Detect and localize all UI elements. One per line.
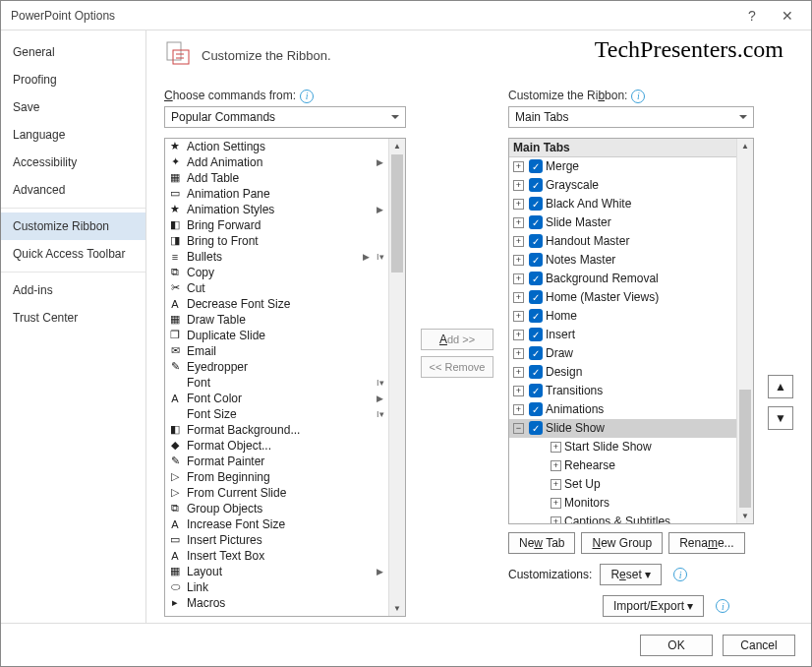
tree-child[interactable]: +Captions & Subtitles: [547, 513, 736, 524]
expand-icon[interactable]: +: [513, 217, 524, 228]
cancel-button[interactable]: Cancel: [723, 635, 795, 656]
add-button[interactable]: Add >>: [421, 329, 493, 350]
checkbox[interactable]: ✓: [529, 346, 543, 360]
tree-node[interactable]: +✓Notes Master: [509, 251, 736, 270]
nav-item[interactable]: Customize Ribbon: [1, 212, 145, 240]
nav-item[interactable]: Proofing: [1, 66, 145, 93]
command-item[interactable]: ⬭Link: [165, 579, 388, 595]
nav-item[interactable]: Save: [1, 93, 145, 121]
nav-item[interactable]: Advanced: [1, 176, 145, 204]
checkbox[interactable]: ✓: [529, 253, 543, 267]
expand-icon[interactable]: +: [513, 404, 524, 415]
checkbox[interactable]: ✓: [529, 159, 543, 173]
tree-node[interactable]: +✓Merge: [509, 157, 736, 176]
command-item[interactable]: ✎Format Painter: [165, 454, 388, 469]
command-item[interactable]: ▦Layout▶: [165, 564, 388, 579]
command-item[interactable]: ★Action Settings: [165, 139, 388, 154]
import-export-button[interactable]: Import/Export ▾: [603, 595, 704, 617]
expand-icon[interactable]: +: [551, 498, 561, 509]
tree-node[interactable]: +✓Transitions: [509, 382, 736, 400]
info-icon[interactable]: i: [716, 599, 729, 613]
command-item[interactable]: AInsert Text Box: [165, 548, 388, 564]
tree-node[interactable]: +✓Grayscale: [509, 176, 736, 195]
expand-icon[interactable]: +: [513, 161, 524, 172]
command-item[interactable]: FontI▾: [165, 375, 388, 391]
expand-icon[interactable]: +: [513, 386, 524, 396]
nav-item[interactable]: Quick Access Toolbar: [1, 240, 145, 268]
close-icon[interactable]: ✕: [770, 2, 805, 30]
command-item[interactable]: ▦Add Table: [165, 170, 388, 186]
command-item[interactable]: ✎Eyedropper: [165, 359, 388, 375]
checkbox[interactable]: ✓: [529, 215, 543, 229]
checkbox[interactable]: ✓: [529, 328, 543, 341]
command-item[interactable]: Font SizeI▾: [165, 406, 388, 422]
command-item[interactable]: AIncrease Font Size: [165, 516, 388, 532]
command-item[interactable]: ▦Draw Table: [165, 312, 388, 328]
checkbox[interactable]: ✓: [529, 402, 543, 416]
new-tab-button[interactable]: New Tab: [508, 532, 575, 554]
move-down-button[interactable]: ▼: [768, 406, 793, 430]
help-icon[interactable]: ?: [734, 2, 770, 30]
expand-icon[interactable]: +: [513, 273, 524, 284]
expand-icon[interactable]: +: [513, 255, 524, 266]
expand-icon[interactable]: +: [513, 236, 524, 247]
expand-icon[interactable]: +: [513, 199, 524, 210]
nav-item[interactable]: Language: [1, 121, 145, 149]
commands-dropdown[interactable]: Popular Commands: [164, 106, 406, 128]
expand-icon[interactable]: +: [513, 367, 524, 378]
tree-child[interactable]: +Set Up: [547, 475, 736, 494]
expand-icon[interactable]: +: [513, 311, 524, 322]
command-item[interactable]: ✦Add Animation▶: [165, 154, 388, 170]
expand-icon[interactable]: +: [551, 460, 561, 471]
command-item[interactable]: ✉Email: [165, 343, 388, 359]
tree-node[interactable]: +✓Home: [509, 307, 736, 326]
expand-icon[interactable]: +: [551, 442, 561, 453]
checkbox[interactable]: ✓: [529, 365, 543, 379]
expand-icon[interactable]: +: [513, 292, 524, 303]
rename-button[interactable]: Rename...: [668, 532, 744, 554]
tabs-treeview[interactable]: Main Tabs+✓Merge+✓Grayscale+✓Black And W…: [508, 138, 754, 525]
command-item[interactable]: ▷From Beginning: [165, 469, 388, 485]
ok-button[interactable]: OK: [640, 635, 713, 656]
command-item[interactable]: ⧉Copy: [165, 265, 388, 280]
tree-child[interactable]: +Start Slide Show: [547, 438, 736, 456]
checkbox[interactable]: ✓: [529, 309, 543, 323]
nav-item[interactable]: Trust Center: [1, 304, 145, 332]
checkbox[interactable]: ✓: [529, 290, 543, 304]
command-item[interactable]: ▭Insert Pictures: [165, 532, 388, 548]
info-icon[interactable]: i: [300, 90, 314, 103]
tree-node[interactable]: −✓Slide Show: [509, 419, 736, 438]
tree-node[interactable]: +✓Handout Master: [509, 232, 736, 251]
command-item[interactable]: ★Animation Styles▶: [165, 202, 388, 217]
expand-icon[interactable]: +: [513, 348, 524, 359]
command-item[interactable]: ◧Format Background...: [165, 422, 388, 438]
expand-icon[interactable]: +: [551, 516, 561, 524]
expand-icon[interactable]: +: [513, 180, 524, 191]
tree-node[interactable]: +✓Background Removal: [509, 270, 736, 288]
info-icon[interactable]: i: [631, 90, 645, 103]
command-item[interactable]: AFont Color▶: [165, 391, 388, 406]
command-item[interactable]: ▷From Current Slide: [165, 485, 388, 501]
nav-item[interactable]: Accessibility: [1, 149, 145, 176]
nav-item[interactable]: General: [1, 38, 145, 66]
checkbox[interactable]: ✓: [529, 421, 543, 435]
checkbox[interactable]: ✓: [529, 178, 543, 192]
command-item[interactable]: ⧉Group Objects: [165, 501, 388, 516]
move-up-button[interactable]: ▲: [768, 375, 793, 398]
nav-item[interactable]: Add-ins: [1, 276, 145, 304]
tree-node[interactable]: +✓Design: [509, 363, 736, 382]
tree-child[interactable]: +Rehearse: [547, 456, 736, 475]
new-group-button[interactable]: New Group: [581, 532, 663, 554]
command-item[interactable]: ≡Bullets▶I▾: [165, 249, 388, 265]
command-item[interactable]: ▭Animation Pane: [165, 186, 388, 202]
tree-node[interactable]: +✓Insert: [509, 326, 736, 344]
checkbox[interactable]: ✓: [529, 384, 543, 397]
remove-button[interactable]: << Remove: [421, 356, 493, 378]
tree-child[interactable]: +Monitors: [547, 494, 736, 513]
commands-listbox[interactable]: ★Action Settings✦Add Animation▶▦Add Tabl…: [164, 138, 406, 618]
checkbox[interactable]: ✓: [529, 234, 543, 248]
scrollbar[interactable]: ▲▼: [388, 139, 405, 617]
command-item[interactable]: ✂Cut: [165, 280, 388, 296]
expand-icon[interactable]: +: [513, 330, 524, 340]
command-item[interactable]: ◨Bring to Front: [165, 233, 388, 249]
